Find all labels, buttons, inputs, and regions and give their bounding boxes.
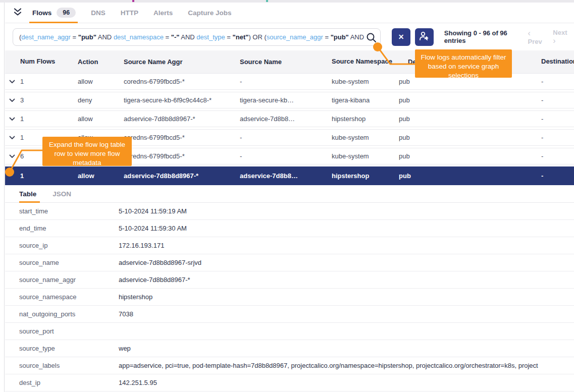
detail-key: source_name_aggr: [19, 276, 119, 284]
user-settings-button[interactable]: [415, 28, 434, 46]
tab-flows[interactable]: Flows 96: [32, 3, 76, 23]
col-action: Action: [78, 58, 124, 66]
detail-key: source_ip: [19, 242, 119, 249]
cell-destination-name: -: [541, 172, 574, 180]
detail-key: source_name: [19, 259, 119, 266]
clear-filter-button[interactable]: ✕: [392, 28, 410, 46]
detail-key: source_type: [19, 345, 119, 352]
tab-capture-jobs[interactable]: Capture Jobs: [188, 3, 231, 23]
detail-key: nat_outgoing_ports: [19, 310, 119, 318]
detail-tabbar: Table JSON: [5, 185, 574, 203]
collapse-panel-button[interactable]: [9, 8, 26, 18]
detail-row: source_ip172.16.193.171: [5, 237, 574, 254]
detail-value: 7038: [119, 310, 574, 318]
top-strip-speck: [266, 0, 268, 2]
prev-page-button[interactable]: ‹ Prev: [528, 29, 546, 45]
row-expander-button[interactable]: [9, 80, 20, 84]
cell-action: deny: [78, 96, 124, 104]
tab-json[interactable]: JSON: [53, 185, 71, 203]
prev-label: Prev: [528, 38, 542, 45]
close-icon: ✕: [398, 33, 404, 41]
detail-key: dest_ip: [19, 379, 119, 386]
cell-source-namespace: hipstershop: [332, 172, 399, 180]
row-expander-button[interactable]: [9, 117, 20, 121]
cell-source-name: adservice-7d8b8…: [240, 172, 332, 180]
row-expander-button[interactable]: [9, 98, 20, 102]
cell-num-flows: 3: [20, 96, 78, 104]
chevron-down-icon: [9, 98, 15, 102]
detail-row: source_namespacehipstershop: [5, 289, 574, 306]
table-row[interactable]: 3 deny tigera-secure-kb-6f9c9c44c8-* tig…: [5, 92, 574, 108]
col-source-namespace: Source Namespace: [332, 58, 399, 66]
cell-source-namespace: hipstershop: [332, 115, 399, 123]
cell-dest-name-aggr: pub: [399, 115, 541, 123]
col-num-flows: Num Flows: [20, 58, 78, 66]
filter-query-input[interactable]: (dest_name_aggr = "pub" AND dest_namespa…: [13, 28, 381, 46]
col-destination-name: Destination Name: [541, 58, 574, 66]
chevron-down-icon: [9, 136, 15, 140]
cell-source-name-aggr: adservice-7d8b8d8967-*: [124, 115, 240, 123]
cell-source-name: -: [240, 78, 332, 85]
search-icon[interactable]: [366, 32, 377, 45]
detail-row: dest_ip142.251.5.95: [5, 374, 574, 391]
detail-value: adservice-7d8b8d8967-*: [119, 276, 574, 284]
detail-row: end_time5-10-2024 11:59:30 AM: [5, 220, 574, 237]
double-chevron-down-icon: [13, 8, 23, 18]
top-strip-speck: [132, 0, 134, 2]
col-source-name-aggr: Source Name Aggr: [124, 58, 240, 66]
detail-row: nat_outgoing_ports7038: [5, 306, 574, 323]
tab-json-label: JSON: [53, 190, 71, 198]
detail-value: 5-10-2024 11:59:30 AM: [119, 225, 574, 232]
row-expander-button[interactable]: [9, 136, 20, 140]
detail-value: hipstershop: [119, 293, 574, 301]
user-gear-icon: [419, 31, 429, 42]
table-row[interactable]: 1 allow adservice-7d8b8d8967-* adservice…: [5, 110, 574, 127]
cell-source-name: -: [240, 152, 332, 160]
row-expander-button[interactable]: [9, 154, 20, 158]
cell-destination-name: -: [541, 152, 574, 160]
detail-row: source_nameadservice-7d8b8d8967-srjvd: [5, 254, 574, 271]
detail-key: source_labels: [19, 362, 119, 369]
panel-left-border: [4, 3, 5, 392]
chevron-left-icon: ‹: [528, 29, 531, 37]
chevron-down-icon: [9, 117, 15, 121]
cell-num-flows: 1: [20, 172, 78, 180]
cell-destination-name: -: [541, 115, 574, 123]
active-detail-tab-underline: [19, 201, 40, 203]
detail-value: app=adservice, pci=true, pod-template-ha…: [119, 362, 574, 369]
cell-action: allow: [78, 172, 124, 180]
filter-bar: (dest_name_aggr = "pub" AND dest_namespa…: [5, 23, 574, 50]
cell-source-name-aggr: tigera-secure-kb-6f9c9c44c8-*: [124, 96, 240, 104]
flows-count-badge: 96: [57, 8, 76, 18]
cell-num-flows: 1: [20, 78, 78, 85]
cell-source-namespace: tigera-kibana: [332, 96, 399, 104]
detail-row: source_name_aggradservice-7d8b8d8967-*: [5, 271, 574, 289]
cell-source-name-aggr: coredns-6799fbcd5-*: [124, 134, 240, 141]
tab-http[interactable]: HTTP: [121, 3, 138, 23]
detail-row: start_time5-10-2024 11:59:19 AM: [5, 203, 574, 220]
cell-source-name-aggr: coredns-6799fbcd5-*: [124, 78, 240, 85]
tab-dns[interactable]: DNS: [91, 3, 106, 23]
cell-dest-name-aggr: pub: [399, 134, 541, 141]
pagination: ‹ Prev Next ›: [528, 29, 571, 45]
log-type-tabbar: Flows 96 DNS HTTP Alerts Capture Jobs: [5, 3, 574, 23]
cell-source-name-aggr: coredns-6799fbcd5-*: [124, 152, 240, 160]
detail-key: source_port: [19, 327, 119, 335]
tab-http-label: HTTP: [121, 9, 138, 17]
detail-key: source_namespace: [19, 293, 119, 301]
detail-key: end_time: [19, 225, 119, 232]
cell-source-namespace: kube-system: [332, 134, 399, 141]
table-row-selected[interactable]: 1 allow adservice-7d8b8d8967-* adservice…: [5, 166, 574, 185]
cell-source-name: tigera-secure-kb…: [240, 96, 332, 104]
tab-flows-label: Flows: [32, 9, 51, 17]
detail-value: 142.251.5.95: [119, 379, 574, 386]
tab-table[interactable]: Table: [19, 185, 36, 203]
tab-alerts[interactable]: Alerts: [153, 3, 173, 23]
cell-destination-name: -: [541, 96, 574, 104]
callout-expand-tip: Expand the flow log table row to view mo…: [42, 137, 132, 166]
col-source-name: Source Name: [240, 58, 332, 66]
detail-value: adservice-7d8b8d8967-srjvd: [119, 259, 574, 266]
next-page-button[interactable]: Next ›: [553, 29, 571, 45]
detail-row: source_typewep: [5, 340, 574, 357]
cell-action: allow: [78, 78, 124, 85]
